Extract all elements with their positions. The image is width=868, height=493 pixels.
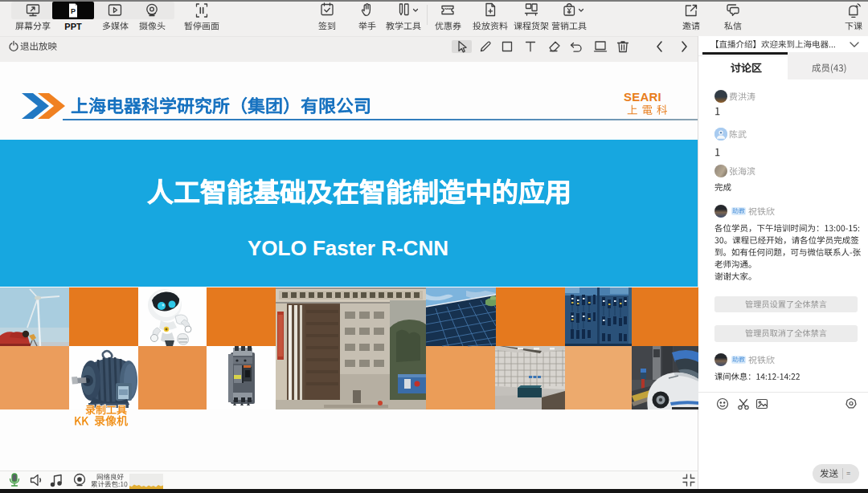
svg-text:P: P: [71, 7, 76, 15]
